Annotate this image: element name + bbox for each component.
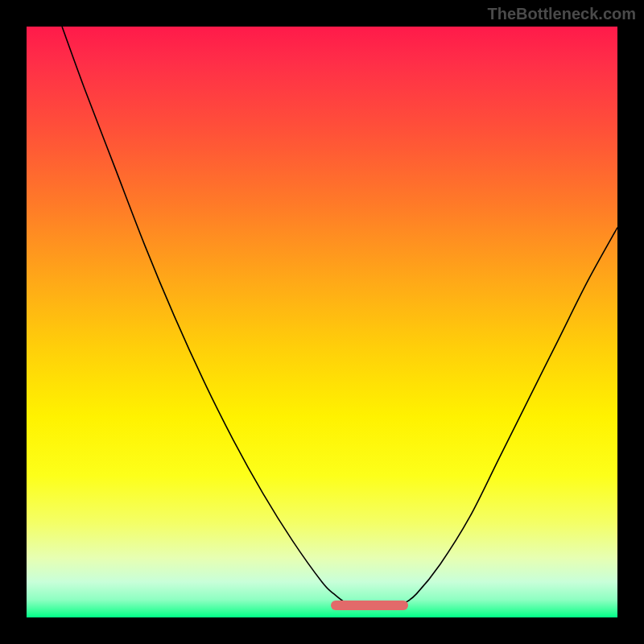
watermark-text: TheBottleneck.com [488,5,636,23]
curve-svg [27,27,617,617]
optimal-range-marker [331,601,408,610]
bottleneck-curve [62,27,617,606]
plot-area [27,27,617,617]
